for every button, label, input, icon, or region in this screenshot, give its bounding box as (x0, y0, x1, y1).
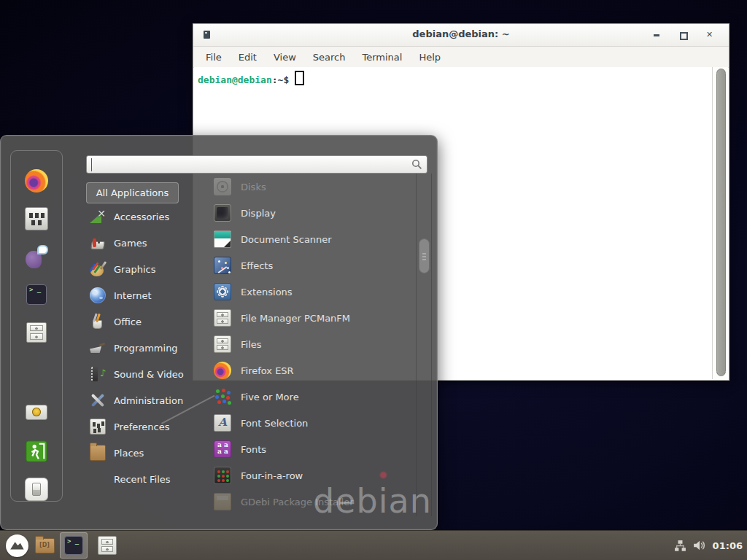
office-icon (90, 314, 106, 330)
control-center-icon (25, 207, 48, 230)
graphics-icon (90, 261, 106, 277)
logout-button[interactable] (18, 440, 55, 463)
all-applications-button[interactable]: All Applications (86, 182, 179, 203)
category-label: Graphics (114, 264, 155, 275)
app-file-manager-pcmanfm[interactable]: File Manager PCManFM (207, 305, 414, 331)
disks-icon (214, 178, 231, 195)
network-icon[interactable] (674, 540, 686, 552)
terminal-icon (26, 284, 47, 305)
category-programming[interactable]: Programming (86, 335, 196, 361)
menu-file[interactable]: File (206, 52, 222, 63)
category-graphics[interactable]: Graphics (86, 256, 196, 282)
menu-scrollbar-track[interactable] (416, 174, 432, 516)
app-four-in-a-row[interactable]: Four-in-a-row (207, 462, 414, 489)
app-font-selection[interactable]: Font Selection (207, 410, 414, 436)
programming-icon (90, 340, 106, 356)
firefox-icon (25, 169, 48, 192)
file-manager-icon (98, 536, 117, 555)
favorite-file-manager[interactable] (18, 321, 55, 344)
app-files[interactable]: Files (207, 331, 414, 357)
extensions-icon (214, 283, 231, 300)
file-manager-folder-icon: [D] (35, 538, 55, 553)
category-recent-files[interactable]: Recent Files (86, 466, 196, 492)
app-disks[interactable]: Disks (207, 174, 414, 200)
document-scanner-icon (214, 230, 231, 248)
prompt-suffix: :~$ (272, 74, 289, 85)
close-icon[interactable] (704, 30, 714, 40)
app-display[interactable]: Display (207, 200, 414, 226)
fonts-icon (214, 440, 231, 458)
shutdown-icon (25, 478, 48, 501)
menu-scrollbar-thumb[interactable] (419, 238, 430, 273)
app-fonts[interactable]: Fonts (207, 436, 414, 462)
taskbar: [D] 01:06 (0, 530, 747, 560)
all-applications-label: All Applications (96, 187, 169, 198)
application-list: Disks Display Document Scanner Effects E… (207, 174, 414, 515)
menu-edit[interactable]: Edit (239, 52, 257, 63)
menu-view[interactable]: View (274, 52, 296, 63)
app-label: Five or More (241, 392, 299, 402)
category-internet[interactable]: Internet (86, 282, 196, 308)
category-label: Sound & Video (114, 369, 184, 380)
favorite-terminal[interactable] (18, 283, 55, 306)
category-preferences[interactable]: Preferences (86, 413, 196, 440)
five-or-more-icon (214, 388, 231, 405)
preferences-icon (90, 419, 106, 435)
category-label: Administration (114, 395, 183, 406)
menu-launcher-button[interactable] (3, 532, 31, 559)
shutdown-button[interactable] (18, 478, 55, 501)
category-label: Places (114, 448, 144, 459)
terminal-menubar: File Edit View Search Terminal Help (193, 47, 729, 68)
menu-terminal[interactable]: Terminal (362, 52, 402, 63)
category-accessories[interactable]: Accessories (86, 203, 196, 230)
internet-icon (90, 287, 106, 303)
category-administration[interactable]: Administration (86, 387, 196, 413)
taskbar-file-manager-button[interactable]: [D] (31, 532, 58, 559)
favorite-firefox[interactable] (18, 169, 55, 192)
terminal-scrollbar-thumb[interactable] (716, 69, 726, 376)
app-firefox-esr[interactable]: Firefox ESR (207, 357, 414, 384)
font-selection-icon (214, 414, 231, 432)
clock[interactable]: 01:06 (713, 540, 743, 551)
administration-icon (90, 392, 106, 408)
category-places[interactable]: Places (86, 440, 196, 466)
display-icon (214, 204, 231, 222)
lock-screen-button[interactable] (18, 402, 55, 426)
menu-search-box (86, 155, 427, 174)
maximize-icon[interactable] (678, 30, 688, 40)
files-icon (214, 335, 231, 353)
logout-icon (26, 440, 47, 462)
category-sound-video[interactable]: Sound & Video (86, 361, 196, 387)
minimize-icon[interactable] (651, 30, 662, 40)
app-label: Files (241, 339, 262, 350)
taskbar-terminal-button[interactable] (60, 532, 88, 559)
app-label: File Manager PCManFM (241, 313, 350, 324)
sound-video-icon (90, 366, 106, 382)
category-games[interactable]: Games (86, 230, 196, 256)
category-office[interactable]: Office (86, 308, 196, 335)
terminal-titlebar[interactable]: debian@debian: ~ (193, 24, 729, 47)
app-label: Fonts (241, 444, 266, 455)
menu-help[interactable]: Help (419, 52, 441, 63)
terminal-scrollbar-track[interactable] (712, 67, 728, 379)
taskbar-files-button[interactable] (93, 532, 121, 559)
app-label: Extensions (241, 287, 293, 298)
volume-icon[interactable] (693, 539, 706, 552)
firefox-icon (214, 362, 231, 379)
favorite-control-center[interactable] (18, 207, 55, 230)
folder-d-mark: [D] (36, 542, 54, 548)
places-icon (90, 445, 106, 461)
desktop: debian@debian: ~ File Edit View Search T… (0, 0, 747, 560)
app-gdebi-package-installer[interactable]: GDebi Package Installer (207, 489, 414, 515)
menu-search[interactable]: Search (313, 52, 346, 63)
app-label: Firefox ESR (241, 365, 294, 376)
favorites-sidebar (10, 150, 63, 502)
app-five-or-more[interactable]: Five or More (207, 384, 414, 410)
favorite-pidgin[interactable] (18, 245, 55, 268)
terminal-icon (64, 536, 83, 555)
search-input[interactable] (91, 158, 411, 171)
effects-icon (214, 257, 231, 274)
app-effects[interactable]: Effects (207, 252, 414, 279)
app-extensions[interactable]: Extensions (207, 279, 414, 305)
app-document-scanner[interactable]: Document Scanner (207, 226, 414, 252)
